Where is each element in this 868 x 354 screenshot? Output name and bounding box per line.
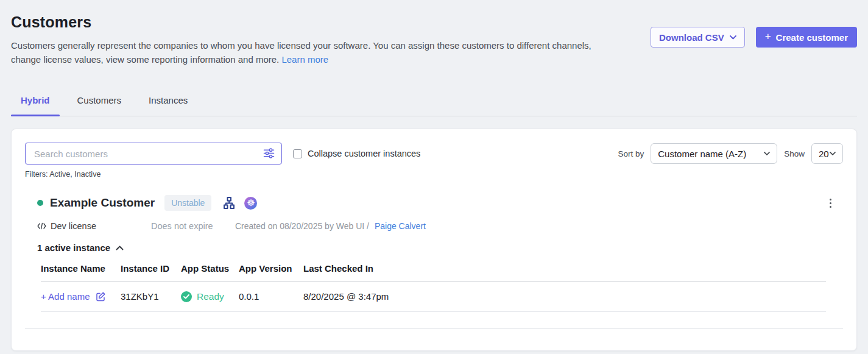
collapse-instances-checkbox[interactable] xyxy=(293,149,302,158)
instances-summary-label: 1 active instance xyxy=(37,242,110,253)
last-checked-in-value: 8/20/2025 @ 3:47pm xyxy=(303,291,826,302)
edit-pencil-icon[interactable] xyxy=(95,291,106,302)
learn-more-link[interactable]: Learn more xyxy=(281,54,328,65)
instances-table: Instance Name Instance ID App Status App… xyxy=(41,263,826,312)
sort-select-value: Customer name (A-Z) xyxy=(658,149,746,159)
page-header: Customers Customers generally represent … xyxy=(11,10,857,66)
check-circle-icon xyxy=(181,291,192,302)
create-customer-button[interactable]: + Create customer xyxy=(756,27,857,48)
customer-header-row: Example Customer Unstable ☸ xyxy=(37,195,843,211)
customer-name[interactable]: Example Customer xyxy=(50,196,155,210)
customers-page: Customers Customers generally represent … xyxy=(0,0,868,351)
tab-customers[interactable]: Customers xyxy=(68,89,132,116)
page-description: Customers generally represent the compan… xyxy=(11,39,595,66)
active-filters-text: Filters: Active, Inactive xyxy=(25,170,843,179)
license-expiration: Does not expire xyxy=(151,221,235,231)
chevron-down-icon xyxy=(830,152,836,155)
collapse-instances-label: Collapse customer instances xyxy=(308,149,420,158)
tab-bar: Hybrid Customers Instances xyxy=(11,89,857,116)
app-status-cell: Ready xyxy=(181,291,239,302)
app-version-value: 0.0.1 xyxy=(239,291,303,302)
chevron-down-icon xyxy=(730,35,736,40)
created-info: Created on 08/20/2025 by Web UI / Paige … xyxy=(235,221,426,231)
app-status-value: Ready xyxy=(197,291,224,302)
show-select[interactable]: 20 xyxy=(811,143,843,164)
col-instance-id: Instance ID xyxy=(121,263,181,274)
show-label: Show xyxy=(784,149,805,158)
toolbar-right: Sort by Customer name (A-Z) Show 20 xyxy=(618,143,843,164)
tab-hybrid[interactable]: Hybrid xyxy=(11,89,60,116)
active-status-dot xyxy=(37,200,43,206)
show-select-value: 20 xyxy=(819,149,829,159)
search-input[interactable] xyxy=(25,143,282,165)
sort-by-label: Sort by xyxy=(618,149,644,158)
search-wrap xyxy=(25,143,282,165)
instance-id-value: 31ZKbY1 xyxy=(121,291,181,302)
download-csv-label: Download CSV xyxy=(659,32,724,43)
col-app-version: App Version xyxy=(239,263,303,274)
license-type: Dev license xyxy=(37,221,151,231)
create-customer-label: Create customer xyxy=(776,32,848,43)
instance-name-cell: + Add name xyxy=(41,291,121,302)
col-last-checked-in: Last Checked In xyxy=(303,263,826,274)
chevron-down-icon xyxy=(764,152,770,155)
chevron-up-icon xyxy=(116,246,124,250)
col-instance-name: Instance Name xyxy=(41,263,121,274)
customer-block: Example Customer Unstable ☸ xyxy=(25,195,843,339)
plus-icon: + xyxy=(765,30,771,43)
created-info-text: Created on 08/20/2025 by Web UI / xyxy=(235,221,369,231)
download-csv-button[interactable]: Download CSV xyxy=(651,27,745,48)
add-name-link[interactable]: + Add name xyxy=(41,291,90,302)
collapse-instances-control: Collapse customer instances xyxy=(293,149,420,158)
license-type-label: Dev license xyxy=(51,221,96,231)
kubernetes-wheel-glyph: ☸ xyxy=(247,199,255,208)
filter-sliders-icon[interactable] xyxy=(263,148,275,161)
header-text-block: Customers Customers generally represent … xyxy=(11,10,595,66)
card-bottom-divider xyxy=(25,328,843,339)
kubernetes-icon: ☸ xyxy=(244,197,257,210)
helm-chart-icon xyxy=(222,196,236,210)
channel-badge: Unstable xyxy=(164,195,211,211)
customers-card: Collapse customer instances Sort by Cust… xyxy=(11,129,857,351)
license-row: Dev license Does not expire Created on 0… xyxy=(37,221,843,231)
sort-select[interactable]: Customer name (A-Z) xyxy=(651,143,777,164)
instances-table-header: Instance Name Instance ID App Status App… xyxy=(41,263,826,281)
header-actions: Download CSV + Create customer xyxy=(651,27,857,48)
code-brackets-icon xyxy=(37,222,46,230)
tab-instances[interactable]: Instances xyxy=(139,89,197,116)
table-row: + Add name 31ZKbY1 Ready xyxy=(41,281,826,312)
page-title: Customers xyxy=(11,13,595,31)
customer-options-kebab-icon[interactable] xyxy=(827,196,834,211)
created-by-link[interactable]: Paige Calvert xyxy=(375,221,426,231)
col-app-status: App Status xyxy=(181,263,239,274)
instances-summary-toggle[interactable]: 1 active instance xyxy=(37,242,124,253)
toolbar: Collapse customer instances Sort by Cust… xyxy=(25,143,843,165)
